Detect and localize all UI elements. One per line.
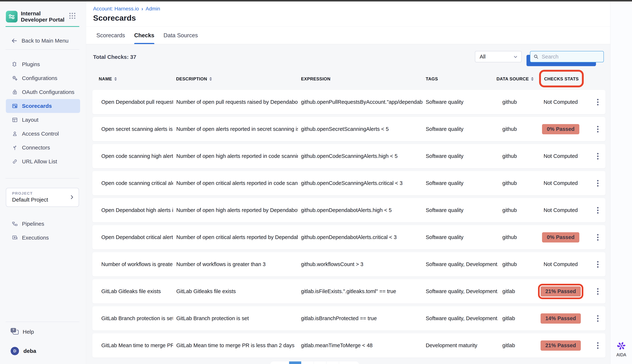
check-stats: 0% Passed <box>533 225 588 250</box>
sidebar-item-connectors[interactable]: Connectors <box>0 141 86 154</box>
pagination-page-button[interactable] <box>327 362 339 364</box>
annotation-stats-badge-highlight: 21% Passed <box>538 284 583 299</box>
sidebar-item-label: Pipelines <box>22 221 44 227</box>
table-row[interactable]: Open code scanning high alert... Number … <box>92 144 605 168</box>
pagination <box>270 362 359 364</box>
kebab-menu-icon[interactable] <box>594 90 601 114</box>
pagination-page-button[interactable] <box>314 362 326 364</box>
tab-data-sources[interactable]: Data Sources <box>163 27 198 44</box>
stats-badge: 0% Passed <box>542 232 579 242</box>
check-description: Number of open alerts reported in secret… <box>176 117 298 141</box>
check-name: Open Dependabot critical alert... <box>101 225 173 250</box>
check-description: GitLab Branch protection is set <box>176 306 298 330</box>
check-stats: 0% Passed <box>533 117 588 141</box>
app-root: Internal Developer Portal Back to Main M… <box>0 0 632 364</box>
sidebar-item-label: Plugins <box>22 61 40 68</box>
project-selector[interactable]: PROJECT Default Project <box>6 188 79 207</box>
tab-scorecards[interactable]: Scorecards <box>96 27 125 44</box>
column-label: CHECKS STATS <box>544 76 579 82</box>
kebab-menu-icon[interactable] <box>594 144 601 168</box>
kebab-menu-icon[interactable] <box>594 252 601 276</box>
sidebar-item-pipelines[interactable]: Pipelines <box>0 217 86 231</box>
column-header-data-source[interactable]: DATA SOURCE <box>496 70 534 88</box>
check-tags: Software quality <box>426 225 498 250</box>
sidebar-item-executions[interactable]: Executions <box>0 231 86 245</box>
check-description: GitLab Gitleaks file exists <box>176 279 298 304</box>
kebab-menu-icon[interactable] <box>594 198 601 222</box>
check-description: Number of open high alerts reported in c… <box>176 144 298 168</box>
check-name: Open code scanning high alert... <box>101 144 173 168</box>
aida-assistant-button[interactable]: AIDA <box>610 341 632 358</box>
table-row[interactable]: Open secret scanning alerts is ... Numbe… <box>92 117 605 141</box>
column-label: EXPRESSION <box>301 76 331 82</box>
column-header-description[interactable]: DESCRIPTION <box>176 70 212 88</box>
kebab-menu-icon[interactable] <box>594 225 601 250</box>
sidebar-item-layout[interactable]: Layout <box>0 113 86 127</box>
kebab-menu-icon[interactable] <box>594 333 601 358</box>
pagination-next-button[interactable] <box>339 362 359 364</box>
kebab-menu-icon[interactable] <box>594 117 601 141</box>
sidebar-item-url-allow-list[interactable]: URL Allow List <box>0 154 86 168</box>
help-chat-icon: ? <box>11 328 19 336</box>
divider <box>6 49 79 50</box>
table-row[interactable]: GitLab Branch protection is set GitLab B… <box>92 306 605 330</box>
filter-dropdown[interactable]: All <box>475 51 522 62</box>
total-checks-label: Total Checks: 37 <box>93 54 136 60</box>
divider <box>6 322 79 322</box>
check-stats: 21% Passed <box>533 333 588 358</box>
check-stats: Not Computed <box>533 198 588 222</box>
sort-icon[interactable] <box>531 77 534 81</box>
check-description: Number of open critical alerts reported … <box>176 171 298 195</box>
sidebar-item-access-control[interactable]: Access Control <box>0 127 86 141</box>
tab-checks[interactable]: Checks <box>134 27 154 44</box>
pagination-page-current[interactable] <box>289 362 301 364</box>
check-tags: Software quality, Development... <box>426 279 498 304</box>
check-expression: github.openCodeScanningAlerts.high < 5 <box>301 144 423 168</box>
app-switcher-grid-icon[interactable] <box>69 13 75 19</box>
table-row[interactable]: Open Dependabot pull request... Number o… <box>92 90 605 114</box>
sort-icon[interactable] <box>209 77 212 81</box>
table-row[interactable]: Open code scanning critical ale... Numbe… <box>92 171 605 195</box>
check-expression: github.openDependabotAlerts.high < 5 <box>301 198 423 222</box>
branch-icon <box>11 144 18 151</box>
back-to-main-menu-button[interactable]: Back to Main Menu <box>6 35 79 46</box>
check-description: Number of open critical alerts reported … <box>176 225 298 250</box>
kebab-menu-icon[interactable] <box>594 171 601 195</box>
column-header-name[interactable]: NAME <box>99 70 117 88</box>
pagination-page-button[interactable] <box>302 362 313 364</box>
kebab-menu-icon[interactable] <box>594 306 601 330</box>
layout-icon <box>11 116 18 123</box>
chevron-right-icon <box>69 194 75 200</box>
sort-icon[interactable] <box>114 77 117 81</box>
check-description: Number of open pull requests raised by D… <box>176 90 298 114</box>
check-name: Open Dependabot high alerts i... <box>101 198 173 222</box>
search-input[interactable] <box>541 54 611 60</box>
table-row[interactable]: Number of workflows is greate... Number … <box>92 252 605 276</box>
check-expression: github.openSecretScanningAlerts < 5 <box>301 117 423 141</box>
breadcrumb-admin-link[interactable]: Admin <box>146 6 160 12</box>
check-description: GitLab Mean time to merge PR is less tha… <box>176 333 298 358</box>
page-header: Account: Harness.io › Admin Scorecards <box>86 2 632 27</box>
kebab-menu-icon[interactable] <box>594 279 601 304</box>
table-row[interactable]: Open Dependabot critical alert... Number… <box>92 225 605 250</box>
stats-text: Not Computed <box>544 153 578 159</box>
sidebar-item-plugins[interactable]: Plugins <box>0 58 86 71</box>
column-label: DATA SOURCE <box>496 76 529 82</box>
lock-icon <box>11 88 18 96</box>
table-row[interactable]: GitLab Mean time to merge PR ... GitLab … <box>92 333 605 358</box>
sidebar-item-scorecards[interactable]: Scorecards <box>6 99 80 113</box>
table-row[interactable]: Open Dependabot high alerts i... Number … <box>92 198 605 222</box>
check-expression: gitlab.isBranchProtected == true <box>301 306 423 330</box>
sidebar-item-oauth-configurations[interactable]: OAuth Configurations <box>0 85 86 99</box>
sidebar-item-configurations[interactable]: Configurations <box>0 71 86 85</box>
sidebar-item-label: Connectors <box>22 144 50 151</box>
pagination-prev-button[interactable] <box>270 362 288 364</box>
check-stats: Not Computed <box>533 252 588 276</box>
help-button[interactable]: ? Help <box>6 326 79 338</box>
sidebar-item-label: Scorecards <box>22 103 52 109</box>
table-row[interactable]: GitLab Gitleaks file exists GitLab Gitle… <box>92 279 605 304</box>
play-icon <box>11 234 18 241</box>
user-menu[interactable]: D deba <box>6 345 79 358</box>
top-edge-strip <box>0 0 632 2</box>
breadcrumb-account-link[interactable]: Account: Harness.io <box>93 6 139 12</box>
